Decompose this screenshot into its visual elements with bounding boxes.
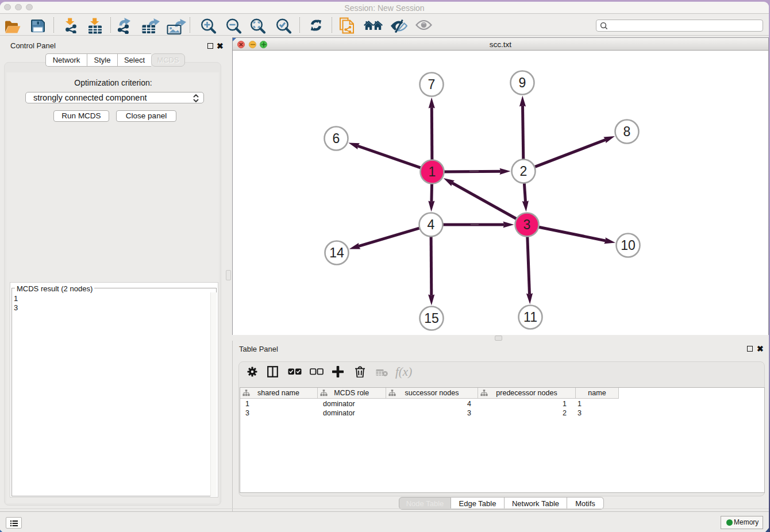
- svg-text:15: 15: [424, 311, 439, 326]
- svg-text:3: 3: [523, 217, 531, 232]
- svg-text:10: 10: [621, 238, 636, 253]
- svg-text:14: 14: [329, 245, 344, 260]
- svg-text:8: 8: [623, 124, 631, 139]
- svg-text:1: 1: [429, 164, 436, 179]
- svg-text:11: 11: [523, 310, 537, 325]
- svg-text:9: 9: [519, 75, 526, 90]
- svg-text:7: 7: [428, 77, 436, 92]
- svg-text:6: 6: [333, 131, 340, 146]
- svg-text:4: 4: [428, 217, 435, 232]
- svg-text:2: 2: [520, 164, 528, 179]
